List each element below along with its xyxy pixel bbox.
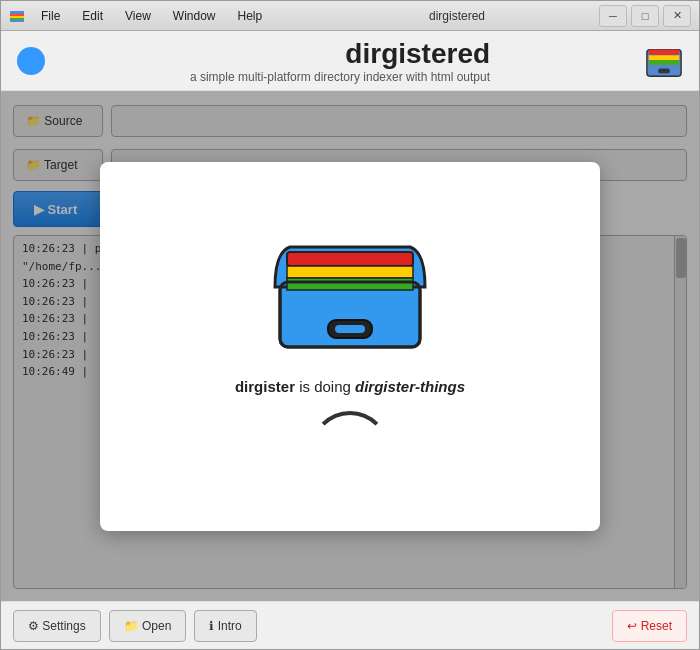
menu-window[interactable]: Window: [163, 6, 226, 26]
titlebar: File Edit View Window Help dirgistered ─…: [1, 1, 699, 31]
open-button[interactable]: 📁 Open: [109, 610, 187, 642]
svg-rect-3: [10, 18, 24, 20]
loading-spinner: [310, 411, 390, 491]
svg-rect-14: [335, 325, 365, 333]
app-window: File Edit View Window Help dirgistered ─…: [0, 0, 700, 650]
svg-rect-2: [10, 16, 24, 18]
svg-rect-6: [649, 55, 679, 60]
svg-rect-1: [10, 14, 24, 16]
modal-doing-action: dirgister-things: [355, 378, 465, 395]
settings-button[interactable]: ⚙ Settings: [13, 610, 101, 642]
svg-rect-7: [649, 60, 679, 65]
reset-button[interactable]: ↩ Reset: [612, 610, 687, 642]
main-content: 📁 Source 📁 Target ▶ Start 10:26:23 | pro…: [1, 91, 699, 601]
close-button[interactable]: ✕: [663, 5, 691, 27]
svg-rect-12: [287, 278, 413, 290]
app-subtitle: a simple multi-platform directory indexe…: [190, 70, 490, 84]
app-header: dirgistered a simple multi-platform dire…: [1, 31, 699, 91]
titlebar-app-icon: [9, 8, 25, 24]
menu-edit[interactable]: Edit: [72, 6, 113, 26]
window-controls: ─ □ ✕: [599, 5, 691, 27]
modal-doing-connector: is doing: [295, 378, 355, 395]
modal-description: dirgister is doing dirgister-things: [235, 378, 465, 395]
minimize-button[interactable]: ─: [599, 5, 627, 27]
svg-rect-5: [649, 49, 679, 55]
modal-folder-icon: [260, 192, 440, 362]
maximize-button[interactable]: □: [631, 5, 659, 27]
modal-icon-area: [260, 192, 440, 362]
app-title-area: dirgistered a simple multi-platform dire…: [190, 38, 490, 84]
modal-dialog: dirgister is doing dirgister-things: [100, 162, 600, 531]
modal-overlay: dirgister is doing dirgister-things: [1, 91, 699, 601]
menu-file[interactable]: File: [31, 6, 70, 26]
menu-view[interactable]: View: [115, 6, 161, 26]
window-title: dirgistered: [315, 9, 599, 23]
bottom-bar: ⚙ Settings 📁 Open ℹ Intro ↩ Reset: [1, 601, 699, 649]
menu-help[interactable]: Help: [228, 6, 273, 26]
app-title: dirgistered: [190, 38, 490, 70]
header-icon: [645, 42, 683, 80]
svg-rect-8: [658, 68, 669, 73]
modal-app-name: dirgister: [235, 378, 295, 395]
app-logo: [17, 47, 45, 75]
intro-button[interactable]: ℹ Intro: [194, 610, 256, 642]
titlebar-menu: File Edit View Window Help: [31, 6, 315, 26]
svg-rect-11: [287, 266, 413, 278]
svg-rect-10: [287, 252, 413, 266]
